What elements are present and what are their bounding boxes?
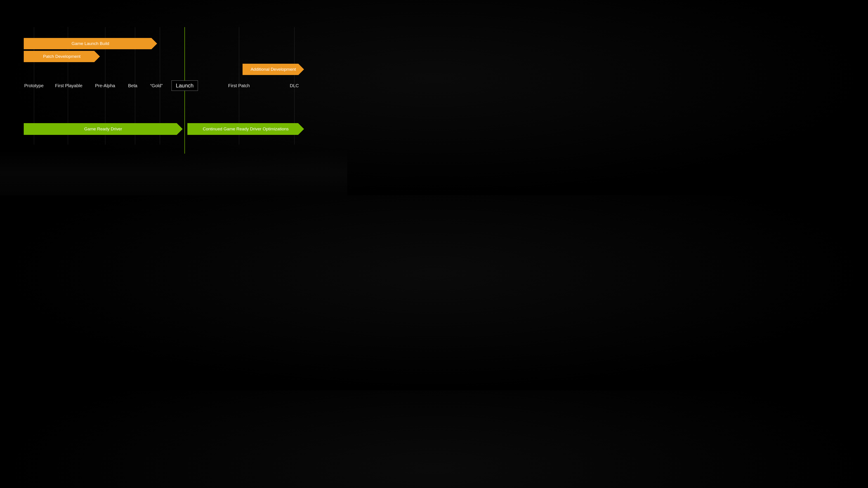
arrow-label: Additional Development [251, 67, 296, 72]
arrow-label: Game Launch Build [72, 41, 110, 46]
floor-reflection [0, 150, 347, 195]
arrow-head-icon [177, 123, 183, 135]
arrow-additional-development: Additional Development [243, 64, 304, 75]
arrow-head-icon [151, 38, 157, 49]
arrow-head-icon [298, 123, 304, 135]
arrow-head-icon [298, 64, 304, 75]
milestone-dlc: DLC [290, 83, 299, 88]
arrow-head-icon [94, 51, 100, 62]
milestone-prototype: Prototype [24, 83, 43, 88]
arrow-continued-optimizations: Continued Game Ready Driver Optimization… [187, 123, 304, 135]
milestone-first-patch: First Patch [228, 83, 250, 88]
arrow-patch-development: Patch Development [24, 51, 100, 62]
timeline-diagram: Game Launch Build Patch Development Addi… [24, 27, 302, 144]
arrow-label: Game Ready Driver [84, 127, 122, 131]
arrow-label: Patch Development [43, 54, 81, 59]
milestone-first-playable: First Playable [55, 83, 82, 88]
arrow-game-launch-build: Game Launch Build [24, 38, 157, 49]
arrow-label: Continued Game Ready Driver Optimization… [203, 127, 289, 131]
milestone-gold: “Gold” [150, 83, 163, 88]
milestone-launch: Launch [172, 80, 198, 91]
milestone-beta: Beta [128, 83, 137, 88]
arrow-game-ready-driver: Game Ready Driver [24, 123, 183, 135]
milestone-pre-alpha: Pre-Alpha [95, 83, 115, 88]
